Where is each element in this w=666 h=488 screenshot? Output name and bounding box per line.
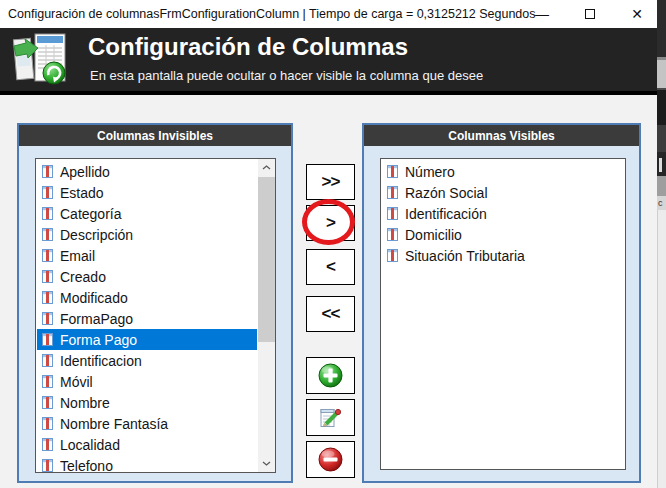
column-icon: [42, 165, 53, 178]
column-icon: [387, 186, 398, 199]
list-item[interactable]: Domicilio: [382, 224, 624, 245]
add-button[interactable]: [306, 357, 355, 394]
column-icon: [42, 459, 53, 472]
list-item[interactable]: Estado: [37, 182, 257, 203]
invisible-columns-listbox[interactable]: Apellido Estado: [35, 158, 276, 473]
move-all-right-button[interactable]: >>: [306, 164, 355, 200]
list-item[interactable]: Identificacion: [37, 350, 257, 371]
column-icon: [42, 396, 53, 409]
list-item-label: Categoría: [60, 206, 121, 222]
maximize-icon: [585, 9, 595, 19]
column-icon: [42, 354, 53, 367]
column-icon: [42, 417, 53, 430]
background-window-sliver: c: [657, 0, 666, 488]
list-item[interactable]: Creado: [37, 266, 257, 287]
close-button[interactable]: ✕: [617, 0, 657, 28]
header-divider: [0, 91, 657, 95]
invisible-columns-header: Columnas Invisibles: [19, 125, 291, 146]
invisible-columns-rows: Apellido Estado: [37, 161, 257, 473]
list-item[interactable]: Descripción: [37, 224, 257, 245]
move-left-button[interactable]: <: [306, 249, 355, 285]
list-item-label: Nombre: [60, 395, 110, 411]
list-item[interactable]: Apellido: [37, 161, 257, 182]
titlebar: Configuración de columnasFrmConfiguratio…: [0, 0, 657, 28]
list-item-label: Telefono: [60, 458, 113, 474]
sliver-edge-text: c: [657, 196, 666, 210]
edit-button[interactable]: [306, 399, 355, 436]
list-item[interactable]: Nombre: [37, 392, 257, 413]
left-list-scrollbar[interactable]: [258, 159, 275, 472]
list-item[interactable]: Telefono: [37, 455, 257, 473]
page-title: Configuración de Columnas: [88, 33, 408, 61]
scrollbar-thumb[interactable]: [258, 177, 275, 342]
minus-icon: [317, 446, 344, 473]
column-icon: [42, 207, 53, 220]
list-item-label: Localidad: [60, 437, 120, 453]
column-icon: [42, 249, 53, 262]
plus-icon: [317, 362, 344, 389]
column-icon: [42, 186, 53, 199]
column-icon: [42, 375, 53, 388]
move-all-left-button[interactable]: <<: [306, 296, 355, 332]
columns-refresh-icon: [10, 30, 74, 88]
page-subtitle: En esta pantalla puede ocultar o hacer v…: [90, 68, 483, 83]
minimize-button[interactable]: —: [522, 0, 562, 28]
list-item[interactable]: Localidad: [37, 434, 257, 455]
list-item-label: Creado: [60, 269, 106, 285]
maximize-button[interactable]: [570, 0, 610, 28]
visible-columns-listbox[interactable]: Número Razón Social: [380, 158, 626, 470]
list-item-label: FormaPago: [60, 311, 133, 327]
column-icon: [42, 228, 53, 241]
column-icon: [387, 207, 398, 220]
app-header: Configuración de Columnas En esta pantal…: [0, 28, 657, 91]
list-item-label: Descripción: [60, 227, 133, 243]
visible-columns-rows: Número Razón Social: [382, 161, 624, 266]
close-icon: ✕: [631, 6, 643, 22]
column-configuration-window: Configuración de columnasFrmConfiguratio…: [0, 0, 666, 488]
list-item-label: Apellido: [60, 164, 110, 180]
column-icon: [387, 228, 398, 241]
list-item-label: Identificación: [405, 206, 487, 222]
list-item-label: Identificacion: [60, 353, 142, 369]
list-item[interactable]: Categoría: [37, 203, 257, 224]
edit-note-icon: [317, 404, 344, 431]
scroll-up-icon[interactable]: [258, 159, 275, 176]
window-title: Configuración de columnasFrmConfiguratio…: [8, 0, 536, 28]
column-icon: [42, 438, 53, 451]
minimize-icon: —: [535, 6, 549, 22]
list-item-label: Razón Social: [405, 185, 488, 201]
list-item-label: Modificado: [60, 290, 128, 306]
move-right-button[interactable]: >: [306, 205, 355, 241]
list-item-label: Móvil: [60, 374, 93, 390]
visible-columns-header: Columnas Visibles: [364, 125, 639, 146]
list-item[interactable]: Identificación: [382, 203, 624, 224]
list-item[interactable]: Forma Pago: [37, 329, 257, 350]
list-item[interactable]: Móvil: [37, 371, 257, 392]
list-item-label: Número: [405, 164, 455, 180]
list-item[interactable]: Nombre Fantasía: [37, 413, 257, 434]
list-item-label: Forma Pago: [60, 332, 137, 348]
list-item-label: Nombre Fantasía: [60, 416, 168, 432]
column-icon: [42, 312, 53, 325]
column-icon: [42, 270, 53, 283]
list-item[interactable]: Número: [382, 161, 624, 182]
list-item-label: Estado: [60, 185, 104, 201]
column-icon: [42, 333, 53, 346]
column-icon: [387, 249, 398, 262]
list-item-label: Situación Tributaria: [405, 248, 525, 264]
list-item[interactable]: Email: [37, 245, 257, 266]
column-icon: [387, 165, 398, 178]
column-icon: [42, 291, 53, 304]
list-item-label: Email: [60, 248, 95, 264]
scroll-down-icon[interactable]: [258, 455, 275, 472]
list-item[interactable]: Situación Tributaria: [382, 245, 624, 266]
remove-button[interactable]: [306, 441, 355, 478]
list-item[interactable]: Razón Social: [382, 182, 624, 203]
list-item[interactable]: FormaPago: [37, 308, 257, 329]
list-item-label: Domicilio: [405, 227, 462, 243]
list-item[interactable]: Modificado: [37, 287, 257, 308]
